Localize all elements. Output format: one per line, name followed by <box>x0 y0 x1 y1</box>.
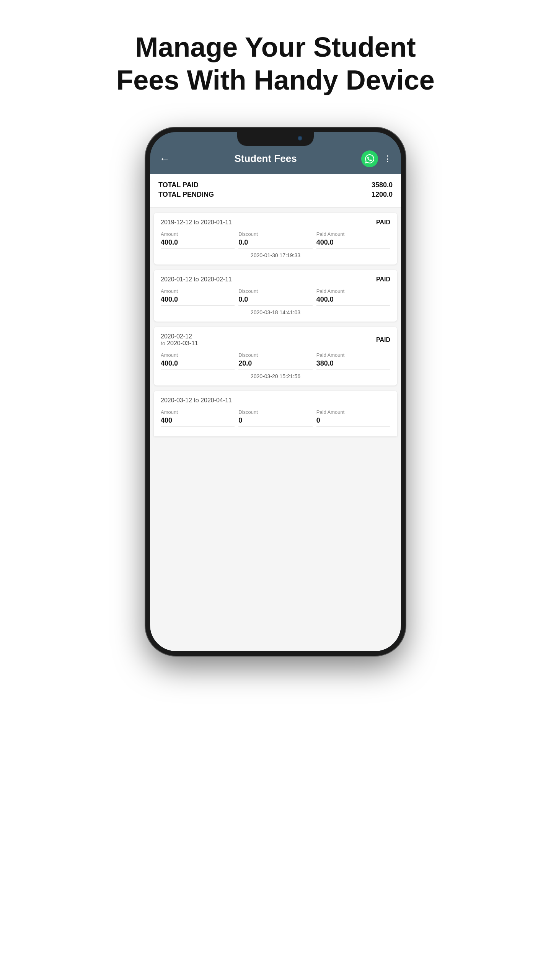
summary-bar: TOTAL PAID 3580.0 TOTAL PENDING 1200.0 <box>150 174 401 207</box>
amount-group-1: Amount 400.0 <box>161 231 235 248</box>
discount-group-3: Discount 20.0 <box>238 352 312 369</box>
paid-badge-1: PAID <box>376 219 390 226</box>
paid-amount-group-2: Paid Amount 400.0 <box>316 288 390 305</box>
paid-amount-label-2: Paid Amount <box>316 288 390 294</box>
date-range-3: 2020-02-12 to 2020-03-11 <box>161 333 198 347</box>
total-pending-value: 1200.0 <box>372 191 393 199</box>
total-pending-label: TOTAL PENDING <box>158 191 214 199</box>
amount-value-2: 400.0 <box>161 296 235 305</box>
paid-badge-3: PAID <box>376 336 390 343</box>
amount-value-1: 400.0 <box>161 238 235 248</box>
phone-screen: ← Student Fees ⋮ TOTAL PAID 3580.0 <box>150 132 401 651</box>
paid-badge-2: PAID <box>376 276 390 283</box>
amount-label-3: Amount <box>161 352 235 358</box>
discount-label-1: Discount <box>238 231 312 237</box>
page-headline: Manage Your Student Fees With Handy Devi… <box>116 31 435 97</box>
card-header-3: 2020-02-12 to 2020-03-11 PAID <box>161 333 390 347</box>
paid-amount-value-1: 400.0 <box>316 238 390 248</box>
discount-value-1: 0.0 <box>238 238 312 248</box>
timestamp-1: 2020-01-30 17:19:33 <box>161 252 390 258</box>
phone-notch <box>237 132 314 146</box>
front-camera <box>298 136 302 140</box>
amount-label-4: Amount <box>161 409 235 415</box>
paid-amount-group-3: Paid Amount 380.0 <box>316 352 390 369</box>
amount-group-2: Amount 400.0 <box>161 288 235 305</box>
fee-card-2: 2020-01-12 to 2020-02-11 PAID Amount 400… <box>154 270 397 322</box>
app-bar-title: Student Fees <box>234 153 297 165</box>
paid-amount-value-2: 400.0 <box>316 296 390 305</box>
discount-value-4: 0 <box>238 416 312 426</box>
total-paid-row: TOTAL PAID 3580.0 <box>158 181 393 189</box>
discount-group-4: Discount 0 <box>238 409 312 426</box>
discount-value-2: 0.0 <box>238 296 312 305</box>
fields-row-1: Amount 400.0 Discount 0.0 Paid Amount 40… <box>161 231 390 248</box>
discount-value-3: 20.0 <box>238 359 312 369</box>
amount-label-1: Amount <box>161 231 235 237</box>
total-pending-row: TOTAL PENDING 1200.0 <box>158 191 393 199</box>
paid-amount-group-1: Paid Amount 400.0 <box>316 231 390 248</box>
card-header-2: 2020-01-12 to 2020-02-11 PAID <box>161 276 390 283</box>
fee-card-1: 2019-12-12 to 2020-01-11 PAID Amount 400… <box>154 213 397 265</box>
paid-amount-label-4: Paid Amount <box>316 409 390 415</box>
back-button[interactable]: ← <box>159 153 170 165</box>
date-range-3-part1: 2020-02-12 <box>161 333 192 340</box>
paid-amount-group-4: Paid Amount 0 <box>316 409 390 426</box>
discount-label-3: Discount <box>238 352 312 358</box>
card-header-4: 2020-03-12 to 2020-04-11 <box>161 397 390 404</box>
fields-row-2: Amount 400.0 Discount 0.0 Paid Amount 40… <box>161 288 390 305</box>
discount-label-4: Discount <box>238 409 312 415</box>
fields-row-4: Amount 400 Discount 0 Paid Amount 0 <box>161 409 390 426</box>
date-range-3-to: to <box>161 340 165 346</box>
date-range-2: 2020-01-12 to 2020-02-11 <box>161 276 232 283</box>
amount-group-4: Amount 400 <box>161 409 235 426</box>
card-header-1: 2019-12-12 to 2020-01-11 PAID <box>161 219 390 226</box>
content-scroll[interactable]: TOTAL PAID 3580.0 TOTAL PENDING 1200.0 2… <box>150 174 401 651</box>
fee-card-4-partial: 2020-03-12 to 2020-04-11 Amount 400 Disc… <box>154 391 397 436</box>
paid-amount-value-3: 380.0 <box>316 359 390 369</box>
date-range-4: 2020-03-12 to 2020-04-11 <box>161 397 232 404</box>
phone-frame: ← Student Fees ⋮ TOTAL PAID 3580.0 <box>145 127 406 656</box>
amount-value-3: 400.0 <box>161 359 235 369</box>
paid-amount-value-4: 0 <box>316 416 390 426</box>
timestamp-3: 2020-03-20 15:21:56 <box>161 373 390 379</box>
date-range-3-part2: 2020-03-11 <box>167 340 198 346</box>
date-range-1: 2019-12-12 to 2020-01-11 <box>161 219 232 226</box>
amount-value-4: 400 <box>161 416 235 426</box>
total-paid-value: 3580.0 <box>372 181 393 189</box>
paid-amount-label-3: Paid Amount <box>316 352 390 358</box>
whatsapp-button[interactable] <box>361 150 378 167</box>
fields-row-3: Amount 400.0 Discount 20.0 Paid Amount 3… <box>161 352 390 369</box>
paid-amount-label-1: Paid Amount <box>316 231 390 237</box>
app-bar-actions: ⋮ <box>361 150 392 167</box>
discount-group-1: Discount 0.0 <box>238 231 312 248</box>
total-paid-label: TOTAL PAID <box>158 181 199 189</box>
timestamp-2: 2020-03-18 14:41:03 <box>161 309 390 315</box>
more-options-button[interactable]: ⋮ <box>383 154 392 164</box>
discount-label-2: Discount <box>238 288 312 294</box>
amount-label-2: Amount <box>161 288 235 294</box>
discount-group-2: Discount 0.0 <box>238 288 312 305</box>
amount-group-3: Amount 400.0 <box>161 352 235 369</box>
fee-card-3: 2020-02-12 to 2020-03-11 PAID Amount 400… <box>154 327 397 385</box>
